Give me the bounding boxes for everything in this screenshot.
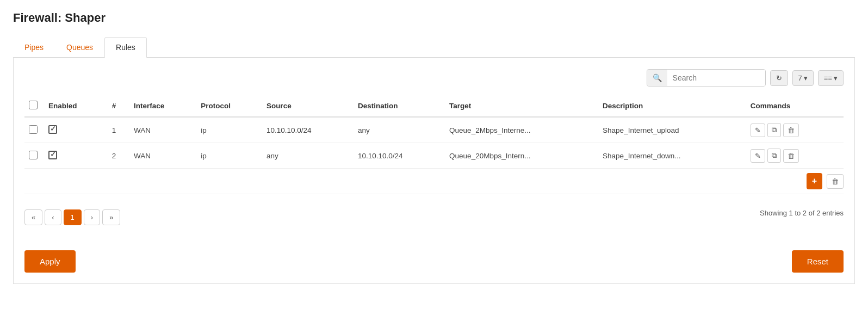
row2-delete-button[interactable]: 🗑: [783, 149, 799, 163]
col-commands: Commands: [746, 95, 844, 117]
footer-actions: Apply Reset: [24, 245, 844, 273]
refresh-icon: ↻: [776, 74, 782, 82]
col-description: Description: [598, 95, 746, 117]
tab-pipes[interactable]: Pipes: [13, 37, 55, 58]
row1-interface: WAN: [129, 117, 196, 143]
pagination-next[interactable]: ›: [84, 209, 100, 225]
row2-interface: WAN: [129, 143, 196, 169]
rows-per-page-button[interactable]: 7 ▾: [792, 70, 814, 86]
row1-edit-button[interactable]: ✎: [751, 124, 765, 137]
copy-icon: ⧉: [772, 151, 777, 159]
tabs-container: Pipes Queues Rules: [13, 36, 855, 58]
toolbar: 🔍 ↻ 7 ▾ ≡≡ ▾: [24, 69, 844, 87]
add-row-toolbar: + 🗑: [24, 169, 844, 194]
select-all-checkbox[interactable]: [29, 101, 38, 109]
rules-table: Enabled # Interface Protocol Source Dest…: [24, 95, 844, 169]
row1-description: Shape_Internet_upload: [598, 117, 746, 143]
row1-source: 10.10.10.0/24: [262, 117, 354, 143]
search-input[interactable]: [667, 70, 765, 86]
col-protocol: Protocol: [196, 95, 262, 117]
trash-icon-delete: 🗑: [832, 177, 839, 186]
add-rule-button[interactable]: +: [807, 173, 822, 189]
reset-button[interactable]: Reset: [792, 250, 844, 273]
columns-button[interactable]: ≡≡ ▾: [818, 70, 844, 86]
row2-copy-button[interactable]: ⧉: [767, 149, 781, 163]
pagination-first[interactable]: «: [24, 209, 42, 225]
row1-select: [24, 117, 44, 143]
col-interface: Interface: [129, 95, 196, 117]
apply-button[interactable]: Apply: [24, 250, 76, 273]
table-row: 1 WAN ip 10.10.10.0/24 any Queue_2Mbps_I…: [24, 117, 844, 143]
row1-enabled: [44, 117, 108, 143]
search-icon-button[interactable]: 🔍: [647, 70, 667, 86]
col-source: Source: [262, 95, 354, 117]
plus-icon: +: [812, 176, 817, 186]
row2-number: 2: [108, 143, 129, 169]
search-icon: 🔍: [653, 73, 662, 82]
page-title: Firewall: Shaper: [13, 11, 855, 25]
content-area: 🔍 ↻ 7 ▾ ≡≡ ▾ En: [13, 58, 855, 284]
columns-chevron-icon: ▾: [834, 74, 838, 82]
col-enabled: Enabled: [44, 95, 108, 117]
row1-copy-button[interactable]: ⧉: [767, 123, 781, 137]
row1-destination: any: [354, 117, 445, 143]
trash-icon: 🗑: [788, 152, 795, 160]
row1-delete-button[interactable]: 🗑: [783, 124, 799, 137]
table-header-row: Enabled # Interface Protocol Source Dest…: [24, 95, 844, 117]
columns-icon: ≡≡: [824, 74, 832, 82]
delete-selected-button[interactable]: 🗑: [827, 174, 844, 189]
col-number: #: [108, 95, 129, 117]
edit-icon: ✎: [755, 126, 761, 134]
trash-icon: 🗑: [788, 126, 795, 134]
tab-rules[interactable]: Rules: [104, 37, 147, 58]
col-destination: Destination: [354, 95, 445, 117]
pagination-prev[interactable]: ‹: [45, 209, 61, 225]
row2-destination: 10.10.10.0/24: [354, 143, 445, 169]
row2-target: Queue_20Mbps_Intern...: [445, 143, 598, 169]
rows-label: 7: [798, 74, 802, 82]
row1-commands: ✎ ⧉ 🗑: [746, 117, 844, 143]
col-target: Target: [445, 95, 598, 117]
pagination-row: « ‹ 1 › » Showing 1 to 2 of 2 entries: [24, 201, 844, 225]
row2-checkbox[interactable]: [29, 151, 38, 159]
tab-queues[interactable]: Queues: [55, 37, 104, 58]
row2-enabled-check: [48, 151, 57, 159]
row1-number: 1: [108, 117, 129, 143]
pagination-current[interactable]: 1: [64, 209, 82, 225]
row2-enabled: [44, 143, 108, 169]
row1-target: Queue_2Mbps_Interne...: [445, 117, 598, 143]
pagination-last[interactable]: »: [102, 209, 120, 225]
search-container: 🔍: [647, 69, 766, 87]
row2-protocol: ip: [196, 143, 262, 169]
refresh-button[interactable]: ↻: [770, 70, 788, 86]
row2-commands: ✎ ⧉ 🗑: [746, 143, 844, 169]
row2-source: any: [262, 143, 354, 169]
row1-enabled-check: [48, 125, 57, 134]
row2-edit-button[interactable]: ✎: [751, 149, 765, 163]
showing-entries-text: Showing 1 to 2 of 2 entries: [760, 209, 844, 217]
copy-icon: ⧉: [772, 126, 777, 134]
row1-checkbox[interactable]: [29, 125, 38, 134]
pagination: « ‹ 1 › »: [24, 209, 120, 225]
edit-icon: ✎: [755, 152, 761, 160]
row1-protocol: ip: [196, 117, 262, 143]
row2-select: [24, 143, 44, 169]
col-select-all: [24, 95, 44, 117]
row2-description: Shape_Internet_down...: [598, 143, 746, 169]
chevron-down-icon: ▾: [804, 74, 808, 82]
table-row: 2 WAN ip any 10.10.10.0/24 Queue_20Mbps_…: [24, 143, 844, 169]
